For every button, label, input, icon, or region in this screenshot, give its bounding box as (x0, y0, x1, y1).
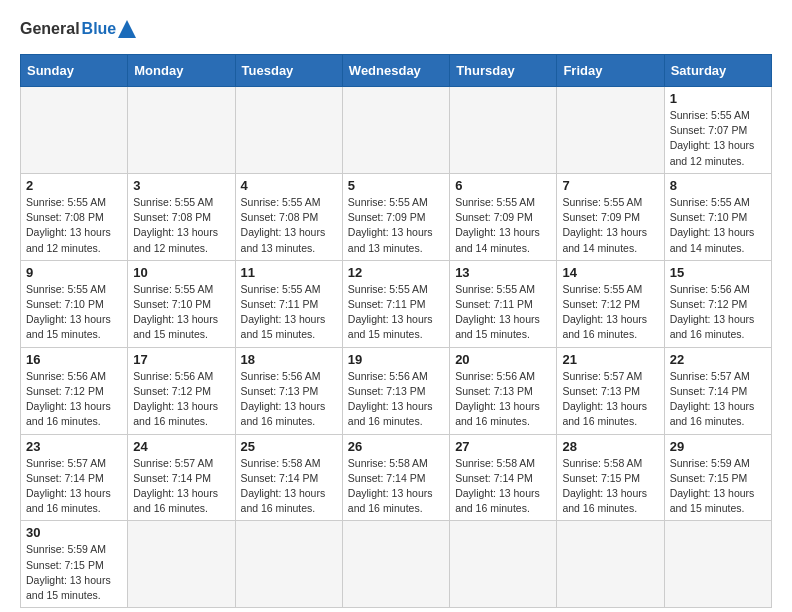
day-number: 10 (133, 265, 229, 280)
day-info: Sunrise: 5:55 AMSunset: 7:10 PMDaylight:… (133, 282, 229, 343)
calendar-day-cell: 30Sunrise: 5:59 AMSunset: 7:15 PMDayligh… (21, 521, 128, 608)
day-info: Sunrise: 5:56 AMSunset: 7:13 PMDaylight:… (348, 369, 444, 430)
day-info: Sunrise: 5:55 AMSunset: 7:09 PMDaylight:… (562, 195, 658, 256)
day-number: 26 (348, 439, 444, 454)
calendar-week-row: 9Sunrise: 5:55 AMSunset: 7:10 PMDaylight… (21, 260, 772, 347)
day-info: Sunrise: 5:56 AMSunset: 7:12 PMDaylight:… (26, 369, 122, 430)
calendar-week-row: 30Sunrise: 5:59 AMSunset: 7:15 PMDayligh… (21, 521, 772, 608)
calendar-day-cell (557, 521, 664, 608)
day-number: 30 (26, 525, 122, 540)
calendar-day-cell: 12Sunrise: 5:55 AMSunset: 7:11 PMDayligh… (342, 260, 449, 347)
day-info: Sunrise: 5:55 AMSunset: 7:09 PMDaylight:… (348, 195, 444, 256)
calendar-day-cell (664, 521, 771, 608)
weekday-header-sunday: Sunday (21, 55, 128, 87)
day-number: 11 (241, 265, 337, 280)
calendar-day-cell (450, 87, 557, 174)
day-info: Sunrise: 5:56 AMSunset: 7:12 PMDaylight:… (670, 282, 766, 343)
day-info: Sunrise: 5:57 AMSunset: 7:14 PMDaylight:… (670, 369, 766, 430)
day-number: 9 (26, 265, 122, 280)
calendar-week-row: 23Sunrise: 5:57 AMSunset: 7:14 PMDayligh… (21, 434, 772, 521)
day-number: 27 (455, 439, 551, 454)
weekday-header-thursday: Thursday (450, 55, 557, 87)
calendar-day-cell: 29Sunrise: 5:59 AMSunset: 7:15 PMDayligh… (664, 434, 771, 521)
day-number: 16 (26, 352, 122, 367)
day-number: 24 (133, 439, 229, 454)
day-info: Sunrise: 5:59 AMSunset: 7:15 PMDaylight:… (670, 456, 766, 517)
day-number: 14 (562, 265, 658, 280)
calendar-day-cell: 9Sunrise: 5:55 AMSunset: 7:10 PMDaylight… (21, 260, 128, 347)
calendar-day-cell: 18Sunrise: 5:56 AMSunset: 7:13 PMDayligh… (235, 347, 342, 434)
day-info: Sunrise: 5:55 AMSunset: 7:12 PMDaylight:… (562, 282, 658, 343)
calendar-day-cell: 7Sunrise: 5:55 AMSunset: 7:09 PMDaylight… (557, 173, 664, 260)
logo: GeneralBlue (20, 20, 136, 38)
calendar-day-cell: 17Sunrise: 5:56 AMSunset: 7:12 PMDayligh… (128, 347, 235, 434)
calendar-week-row: 2Sunrise: 5:55 AMSunset: 7:08 PMDaylight… (21, 173, 772, 260)
calendar-day-cell (235, 521, 342, 608)
day-number: 23 (26, 439, 122, 454)
svg-marker-0 (118, 20, 136, 38)
logo-general-text: General (20, 20, 80, 38)
day-number: 20 (455, 352, 551, 367)
day-number: 29 (670, 439, 766, 454)
day-number: 5 (348, 178, 444, 193)
day-info: Sunrise: 5:55 AMSunset: 7:10 PMDaylight:… (670, 195, 766, 256)
day-number: 4 (241, 178, 337, 193)
calendar-day-cell: 24Sunrise: 5:57 AMSunset: 7:14 PMDayligh… (128, 434, 235, 521)
day-info: Sunrise: 5:57 AMSunset: 7:14 PMDaylight:… (26, 456, 122, 517)
calendar-day-cell: 5Sunrise: 5:55 AMSunset: 7:09 PMDaylight… (342, 173, 449, 260)
day-info: Sunrise: 5:58 AMSunset: 7:14 PMDaylight:… (241, 456, 337, 517)
weekday-header-row: SundayMondayTuesdayWednesdayThursdayFrid… (21, 55, 772, 87)
day-number: 8 (670, 178, 766, 193)
calendar-day-cell: 21Sunrise: 5:57 AMSunset: 7:13 PMDayligh… (557, 347, 664, 434)
day-info: Sunrise: 5:57 AMSunset: 7:14 PMDaylight:… (133, 456, 229, 517)
calendar-day-cell: 23Sunrise: 5:57 AMSunset: 7:14 PMDayligh… (21, 434, 128, 521)
calendar-week-row: 1Sunrise: 5:55 AMSunset: 7:07 PMDaylight… (21, 87, 772, 174)
logo-blue-text: Blue (82, 20, 117, 38)
calendar-day-cell (342, 521, 449, 608)
calendar-day-cell: 10Sunrise: 5:55 AMSunset: 7:10 PMDayligh… (128, 260, 235, 347)
day-number: 12 (348, 265, 444, 280)
weekday-header-monday: Monday (128, 55, 235, 87)
day-info: Sunrise: 5:55 AMSunset: 7:11 PMDaylight:… (348, 282, 444, 343)
calendar-day-cell: 25Sunrise: 5:58 AMSunset: 7:14 PMDayligh… (235, 434, 342, 521)
day-number: 3 (133, 178, 229, 193)
calendar-day-cell: 3Sunrise: 5:55 AMSunset: 7:08 PMDaylight… (128, 173, 235, 260)
calendar-day-cell: 19Sunrise: 5:56 AMSunset: 7:13 PMDayligh… (342, 347, 449, 434)
day-number: 28 (562, 439, 658, 454)
calendar-day-cell: 6Sunrise: 5:55 AMSunset: 7:09 PMDaylight… (450, 173, 557, 260)
page-header: GeneralBlue (20, 20, 772, 38)
calendar-day-cell (128, 87, 235, 174)
day-info: Sunrise: 5:55 AMSunset: 7:08 PMDaylight:… (133, 195, 229, 256)
day-number: 7 (562, 178, 658, 193)
calendar-day-cell (128, 521, 235, 608)
calendar-day-cell: 1Sunrise: 5:55 AMSunset: 7:07 PMDaylight… (664, 87, 771, 174)
calendar-day-cell: 26Sunrise: 5:58 AMSunset: 7:14 PMDayligh… (342, 434, 449, 521)
day-info: Sunrise: 5:55 AMSunset: 7:08 PMDaylight:… (241, 195, 337, 256)
weekday-header-friday: Friday (557, 55, 664, 87)
weekday-header-wednesday: Wednesday (342, 55, 449, 87)
calendar-day-cell: 27Sunrise: 5:58 AMSunset: 7:14 PMDayligh… (450, 434, 557, 521)
day-number: 22 (670, 352, 766, 367)
calendar-day-cell (557, 87, 664, 174)
day-info: Sunrise: 5:55 AMSunset: 7:08 PMDaylight:… (26, 195, 122, 256)
calendar-day-cell: 15Sunrise: 5:56 AMSunset: 7:12 PMDayligh… (664, 260, 771, 347)
calendar-table: SundayMondayTuesdayWednesdayThursdayFrid… (20, 54, 772, 608)
day-info: Sunrise: 5:55 AMSunset: 7:10 PMDaylight:… (26, 282, 122, 343)
logo-triangle-icon (118, 20, 136, 38)
day-number: 6 (455, 178, 551, 193)
calendar-day-cell: 16Sunrise: 5:56 AMSunset: 7:12 PMDayligh… (21, 347, 128, 434)
day-number: 15 (670, 265, 766, 280)
day-number: 21 (562, 352, 658, 367)
day-info: Sunrise: 5:58 AMSunset: 7:15 PMDaylight:… (562, 456, 658, 517)
day-info: Sunrise: 5:56 AMSunset: 7:12 PMDaylight:… (133, 369, 229, 430)
calendar-day-cell: 11Sunrise: 5:55 AMSunset: 7:11 PMDayligh… (235, 260, 342, 347)
day-number: 25 (241, 439, 337, 454)
calendar-day-cell: 2Sunrise: 5:55 AMSunset: 7:08 PMDaylight… (21, 173, 128, 260)
day-number: 13 (455, 265, 551, 280)
calendar-day-cell: 22Sunrise: 5:57 AMSunset: 7:14 PMDayligh… (664, 347, 771, 434)
day-number: 18 (241, 352, 337, 367)
day-info: Sunrise: 5:56 AMSunset: 7:13 PMDaylight:… (455, 369, 551, 430)
calendar-day-cell: 8Sunrise: 5:55 AMSunset: 7:10 PMDaylight… (664, 173, 771, 260)
calendar-week-row: 16Sunrise: 5:56 AMSunset: 7:12 PMDayligh… (21, 347, 772, 434)
calendar-day-cell: 13Sunrise: 5:55 AMSunset: 7:11 PMDayligh… (450, 260, 557, 347)
